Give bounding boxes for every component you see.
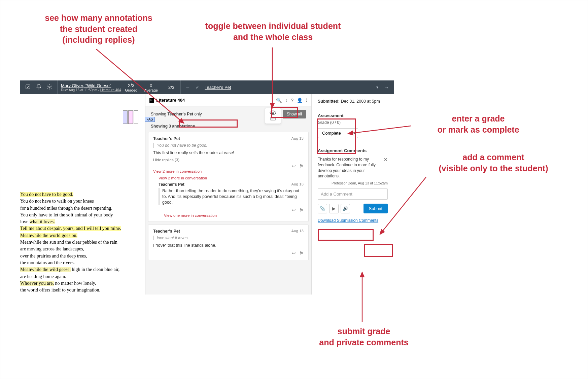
annotation-count: Showing 3 annotations — [145, 122, 311, 132]
attach-file-icon[interactable]: 📎 — [318, 204, 327, 213]
student-name-dropdown[interactable]: Teacher's Pet — [205, 85, 231, 90]
annotation-author: Teacher's Pet — [153, 229, 180, 234]
flag-icon[interactable]: ⚑ — [299, 163, 304, 169]
help-icon[interactable]: ? — [291, 98, 293, 103]
existing-comment: Thanks for responding to my feedback. Co… — [318, 157, 388, 179]
grade-label: Grade (0 / 0) — [318, 120, 388, 125]
document-panel: You do not have to be good.You do not ha… — [20, 94, 145, 295]
svg-point-7 — [272, 112, 274, 114]
annotation-body: I *love* that this line stands alone. — [153, 243, 304, 248]
svg-rect-5 — [26, 85, 30, 89]
thumb-2[interactable] — [128, 110, 133, 124]
thumb-1[interactable] — [123, 110, 128, 124]
annotation-date: Aug 13 — [291, 229, 304, 234]
annotation-date: Aug 13 — [291, 136, 304, 141]
reply-icon[interactable]: ↩ — [292, 163, 296, 169]
callout-enter-grade: enter a gradeor mark as complete — [414, 113, 542, 135]
assignment-due: Due: Aug 16 at 11:59pm - Literature 404 — [61, 88, 121, 92]
profile-icon[interactable]: 👤 — [297, 98, 303, 103]
graded-check-icon: ✓ — [196, 85, 199, 90]
svg-rect-8 — [271, 117, 276, 120]
flag-icon[interactable]: ⚑ — [299, 207, 304, 213]
thumb-3[interactable] — [134, 110, 138, 124]
annotation-author: Teacher's Pet — [153, 136, 180, 141]
callout-add-comment: add a comment(visible only to the studen… — [414, 152, 573, 174]
gradebook-icon[interactable] — [25, 84, 31, 91]
download-comments-link[interactable]: Download Submission Comments — [318, 218, 388, 223]
course-link[interactable]: Literature 404 — [100, 88, 121, 92]
reply-icon[interactable]: ↩ — [292, 207, 296, 213]
top-bar: Mary Oliver, "Wild Geese" Due: Aug 16 at… — [20, 80, 394, 94]
panel-toggle-icon[interactable]: ⟩ — [306, 98, 307, 102]
next-student-arrow[interactable]: → — [384, 85, 389, 90]
student-dropdown-caret[interactable]: ▼ — [376, 85, 379, 89]
search-icon[interactable]: 🔍 — [276, 98, 282, 103]
page-thumbnails[interactable] — [123, 110, 138, 124]
annotation-card: Teacher's PetAug 13 You do not have to b… — [148, 132, 309, 222]
callout-submit: submit gradeand private comments — [293, 326, 435, 348]
annotation-list: Teacher's PetAug 13 You do not have to b… — [145, 132, 311, 295]
comment-input[interactable] — [318, 188, 388, 200]
stat-average: 0Average — [144, 83, 158, 92]
grading-panel: Submitted: Dec 31, 2000 at 5pm Assessmen… — [311, 94, 394, 295]
filter-status: Showing Teacher's Pet only — [151, 112, 283, 116]
callout-annotation-count: see how many annotationsthe student crea… — [33, 12, 164, 45]
hypothesis-logo-icon: h. — [149, 98, 154, 103]
stat-graded: 2/3Graded — [125, 83, 137, 92]
view-more-link[interactable]: View 2 more in conversation — [153, 169, 304, 173]
media-comment-icon[interactable]: ▶ — [329, 204, 339, 213]
submit-button[interactable]: Submit — [364, 204, 388, 213]
annotation-body: This first line really set's the reader … — [153, 150, 304, 155]
annotation-card: Teacher's PetAug 13 love what it loves. … — [148, 225, 309, 260]
assessment-heading: Assessment — [318, 113, 388, 118]
flag-icon[interactable]: ⚑ — [299, 250, 304, 256]
reply-icon[interactable]: ↩ — [292, 250, 296, 256]
svg-point-6 — [49, 86, 50, 88]
submitted-timestamp: Submitted: Dec 31, 2000 at 5pm — [318, 99, 388, 104]
comment-meta: Professor Dean, Aug 13 at 11:52am — [318, 181, 388, 185]
show-all-button[interactable]: Show all — [283, 110, 306, 118]
page-container: see how many annotationsthe student crea… — [0, 0, 588, 379]
gear-icon[interactable] — [46, 84, 53, 91]
assignment-title-link[interactable]: Mary Oliver, "Wild Geese" — [61, 83, 121, 88]
reply-date: Aug 13 — [291, 182, 304, 187]
annotation-course-title: Literature 404 — [156, 98, 185, 103]
prev-student-arrow[interactable]: ← — [185, 85, 190, 90]
sort-icon[interactable]: ↕ — [285, 98, 287, 103]
reply-body: Rather than telling the reader to do som… — [159, 188, 304, 205]
audio-comment-icon[interactable]: 🔊 — [341, 204, 350, 213]
student-position: 2/3 — [162, 80, 181, 94]
comments-heading: Assignment Comments — [318, 148, 388, 153]
visibility-toggle[interactable] — [265, 108, 281, 124]
app-frame: Mary Oliver, "Wild Geese" Due: Aug 16 at… — [20, 80, 394, 295]
bell-icon[interactable] — [36, 84, 42, 91]
document-text: You do not have to be good.You do not ha… — [20, 191, 121, 295]
annotation-header: h. Literature 404 🔍 ↕ ? 👤 ⟩ — [145, 94, 311, 106]
annotation-panel: h. Literature 404 🔍 ↕ ? 👤 ⟩ Showing Teac… — [145, 94, 311, 295]
hide-replies-link[interactable]: Hide replies (3) — [153, 158, 304, 162]
annotation-quote: love what it loves. — [153, 236, 304, 240]
annotation-quote: You do not have to be good. — [153, 143, 304, 148]
view-more-link[interactable]: View 2 more in conversation — [159, 176, 304, 180]
view-more-link[interactable]: View one more in conversation — [164, 213, 304, 217]
fas-badge: FAS — [145, 117, 155, 122]
delete-comment-icon[interactable]: ✕ — [384, 157, 388, 163]
grade-select[interactable]: Complete — [318, 128, 358, 138]
callout-toggle-class: toggle between individual studentand the… — [179, 21, 367, 42]
reply-author: Teacher's Pet — [159, 182, 184, 187]
